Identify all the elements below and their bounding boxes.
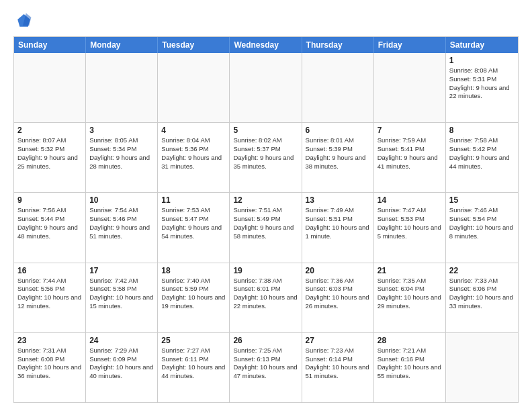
calendar-cell: 26Sunrise: 7:25 AM Sunset: 6:13 PM Dayli… (230, 333, 302, 402)
day-number: 27 (306, 336, 370, 345)
day-number: 13 (306, 195, 370, 205)
day-info: Sunrise: 8:02 AM Sunset: 5:37 PM Dayligh… (233, 136, 298, 171)
calendar-cell: 13Sunrise: 7:49 AM Sunset: 5:51 PM Dayli… (302, 193, 374, 262)
day-info: Sunrise: 7:31 AM Sunset: 6:08 PM Dayligh… (17, 347, 82, 381)
calendar-cell: 2Sunrise: 8:07 AM Sunset: 5:32 PM Daylig… (14, 123, 86, 192)
day-number: 15 (449, 195, 515, 205)
header-day-saturday: Saturday (446, 37, 518, 53)
day-number: 19 (233, 266, 298, 275)
day-number: 21 (378, 266, 442, 275)
day-info: Sunrise: 7:47 AM Sunset: 5:53 PM Dayligh… (378, 206, 442, 240)
calendar-cell: 16Sunrise: 7:44 AM Sunset: 5:56 PM Dayli… (14, 263, 86, 332)
day-info: Sunrise: 7:33 AM Sunset: 6:06 PM Dayligh… (449, 277, 515, 311)
calendar-cell: 6Sunrise: 8:01 AM Sunset: 5:39 PM Daylig… (302, 123, 374, 192)
day-info: Sunrise: 7:23 AM Sunset: 6:14 PM Dayligh… (306, 347, 370, 381)
calendar-cell: 27Sunrise: 7:23 AM Sunset: 6:14 PM Dayli… (302, 333, 374, 402)
day-number: 10 (89, 195, 154, 205)
calendar-cell: 7Sunrise: 7:59 AM Sunset: 5:41 PM Daylig… (374, 123, 446, 192)
calendar-cell: 18Sunrise: 7:40 AM Sunset: 5:59 PM Dayli… (158, 263, 230, 332)
day-info: Sunrise: 7:46 AM Sunset: 5:54 PM Dayligh… (449, 206, 515, 240)
calendar-cell: 21Sunrise: 7:35 AM Sunset: 6:04 PM Dayli… (374, 263, 446, 332)
day-info: Sunrise: 7:21 AM Sunset: 6:16 PM Dayligh… (378, 347, 442, 381)
day-number: 7 (378, 126, 442, 135)
day-info: Sunrise: 7:59 AM Sunset: 5:41 PM Dayligh… (378, 136, 442, 171)
day-info: Sunrise: 7:36 AM Sunset: 6:03 PM Dayligh… (306, 277, 370, 311)
calendar-cell: 22Sunrise: 7:33 AM Sunset: 6:06 PM Dayli… (446, 263, 518, 332)
calendar-cell: 9Sunrise: 7:56 AM Sunset: 5:44 PM Daylig… (14, 193, 86, 262)
day-number: 20 (306, 266, 370, 275)
day-info: Sunrise: 7:56 AM Sunset: 5:44 PM Dayligh… (17, 206, 82, 240)
day-info: Sunrise: 7:29 AM Sunset: 6:09 PM Dayligh… (89, 347, 154, 381)
calendar-body: 1Sunrise: 8:08 AM Sunset: 5:31 PM Daylig… (14, 53, 518, 402)
day-info: Sunrise: 7:58 AM Sunset: 5:42 PM Dayligh… (449, 136, 515, 171)
calendar-cell: 25Sunrise: 7:27 AM Sunset: 6:11 PM Dayli… (158, 333, 230, 402)
day-number: 25 (161, 336, 226, 345)
page: SundayMondayTuesdayWednesdayThursdayFrid… (0, 0, 532, 411)
day-number: 28 (378, 336, 442, 345)
calendar-cell: 19Sunrise: 7:38 AM Sunset: 6:01 PM Dayli… (230, 263, 302, 332)
calendar-cell: 4Sunrise: 8:04 AM Sunset: 5:36 PM Daylig… (158, 123, 230, 192)
logo-icon (13, 12, 32, 31)
calendar-cell (14, 53, 86, 122)
day-info: Sunrise: 7:49 AM Sunset: 5:51 PM Dayligh… (306, 206, 370, 240)
calendar-cell (446, 333, 518, 402)
day-number: 3 (89, 126, 154, 135)
day-number: 26 (233, 336, 298, 345)
calendar-cell: 24Sunrise: 7:29 AM Sunset: 6:09 PM Dayli… (86, 333, 158, 402)
day-number: 14 (378, 195, 442, 205)
calendar-cell: 23Sunrise: 7:31 AM Sunset: 6:08 PM Dayli… (14, 333, 86, 402)
header-day-tuesday: Tuesday (158, 37, 230, 53)
logo (13, 12, 35, 31)
day-number: 5 (233, 126, 298, 135)
calendar-cell: 28Sunrise: 7:21 AM Sunset: 6:16 PM Dayli… (374, 333, 446, 402)
day-number: 24 (89, 336, 154, 345)
header-day-wednesday: Wednesday (230, 37, 302, 53)
calendar-cell (158, 53, 230, 122)
header (13, 12, 519, 31)
day-number: 18 (161, 266, 226, 275)
day-number: 4 (161, 126, 226, 135)
calendar: SundayMondayTuesdayWednesdayThursdayFrid… (13, 36, 519, 403)
day-number: 17 (89, 266, 154, 275)
day-number: 22 (449, 266, 515, 275)
day-info: Sunrise: 8:07 AM Sunset: 5:32 PM Dayligh… (17, 136, 82, 171)
calendar-cell: 15Sunrise: 7:46 AM Sunset: 5:54 PM Dayli… (446, 193, 518, 262)
day-info: Sunrise: 7:38 AM Sunset: 6:01 PM Dayligh… (233, 277, 298, 311)
calendar-cell (86, 53, 158, 122)
calendar-row-2: 2Sunrise: 8:07 AM Sunset: 5:32 PM Daylig… (14, 123, 518, 193)
day-number: 6 (306, 126, 370, 135)
calendar-cell: 1Sunrise: 8:08 AM Sunset: 5:31 PM Daylig… (446, 53, 518, 122)
calendar-cell (302, 53, 374, 122)
day-info: Sunrise: 7:51 AM Sunset: 5:49 PM Dayligh… (233, 206, 298, 240)
day-number: 12 (233, 195, 298, 205)
calendar-cell: 10Sunrise: 7:54 AM Sunset: 5:46 PM Dayli… (86, 193, 158, 262)
day-info: Sunrise: 7:53 AM Sunset: 5:47 PM Dayligh… (161, 206, 226, 240)
day-info: Sunrise: 7:54 AM Sunset: 5:46 PM Dayligh… (89, 206, 154, 240)
day-info: Sunrise: 8:01 AM Sunset: 5:39 PM Dayligh… (306, 136, 370, 171)
calendar-row-5: 23Sunrise: 7:31 AM Sunset: 6:08 PM Dayli… (14, 333, 518, 402)
day-number: 8 (449, 126, 515, 135)
day-number: 16 (17, 266, 82, 275)
header-day-sunday: Sunday (14, 37, 86, 53)
day-number: 23 (17, 336, 82, 345)
calendar-cell: 20Sunrise: 7:36 AM Sunset: 6:03 PM Dayli… (302, 263, 374, 332)
calendar-cell (230, 53, 302, 122)
header-day-thursday: Thursday (302, 37, 374, 53)
day-info: Sunrise: 7:27 AM Sunset: 6:11 PM Dayligh… (161, 347, 226, 381)
day-number: 9 (17, 195, 82, 205)
day-number: 1 (449, 56, 515, 65)
day-info: Sunrise: 8:04 AM Sunset: 5:36 PM Dayligh… (161, 136, 226, 171)
day-info: Sunrise: 8:08 AM Sunset: 5:31 PM Dayligh… (449, 66, 515, 101)
calendar-row-1: 1Sunrise: 8:08 AM Sunset: 5:31 PM Daylig… (14, 53, 518, 123)
day-info: Sunrise: 7:42 AM Sunset: 5:58 PM Dayligh… (89, 277, 154, 311)
calendar-cell: 12Sunrise: 7:51 AM Sunset: 5:49 PM Dayli… (230, 193, 302, 262)
day-number: 2 (17, 126, 82, 135)
header-day-friday: Friday (374, 37, 446, 53)
calendar-header: SundayMondayTuesdayWednesdayThursdayFrid… (14, 37, 518, 53)
day-info: Sunrise: 8:05 AM Sunset: 5:34 PM Dayligh… (89, 136, 154, 171)
day-info: Sunrise: 7:35 AM Sunset: 6:04 PM Dayligh… (378, 277, 442, 311)
header-day-monday: Monday (86, 37, 158, 53)
calendar-row-3: 9Sunrise: 7:56 AM Sunset: 5:44 PM Daylig… (14, 193, 518, 263)
calendar-cell (374, 53, 446, 122)
calendar-cell: 5Sunrise: 8:02 AM Sunset: 5:37 PM Daylig… (230, 123, 302, 192)
